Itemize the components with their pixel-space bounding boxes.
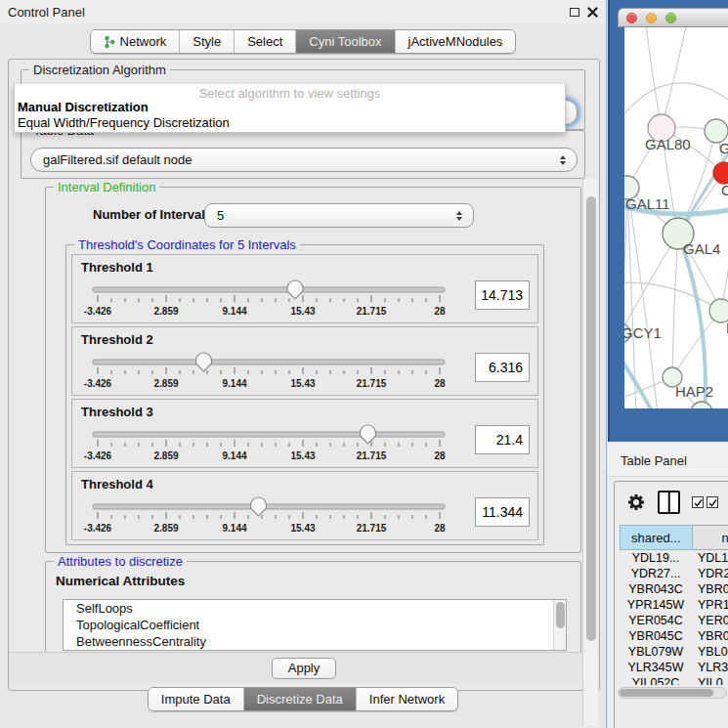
network-edge[interactable] xyxy=(672,311,721,377)
threshold-slider[interactable]: -3.4262.8599.14415.4321.71528 xyxy=(90,278,453,321)
algorithm-option[interactable]: Manual Discretization xyxy=(15,100,565,115)
tick-label: -3.426 xyxy=(84,523,111,534)
thresholds-group: Threshold's Coordinates for 5 Intervals … xyxy=(65,244,544,545)
tab-discretize-data[interactable]: Discretize Data xyxy=(244,688,357,710)
tick-label: 9.144 xyxy=(222,306,246,317)
tick-label: 2.859 xyxy=(153,450,178,461)
table-panel-box: shared...na YDL19...YDL1YDR27...YDR2YBR0… xyxy=(614,481,728,728)
threshold-slider[interactable]: -3.4262.8599.14415.4321.71528 xyxy=(90,495,453,538)
list-scrollbar[interactable] xyxy=(553,600,566,650)
zoom-light[interactable] xyxy=(665,13,676,23)
threshold-panel: Threshold 2-3.4262.8599.14415.4321.71528… xyxy=(71,326,538,396)
table-cell: YPR145W xyxy=(620,597,692,613)
table-panel-titlebar: Table Panel xyxy=(608,445,728,477)
network-edge[interactable] xyxy=(672,234,678,377)
network-edge[interactable] xyxy=(624,83,728,121)
table-row[interactable]: YIL052CYIL0 xyxy=(620,675,728,685)
content-scrollbar[interactable] xyxy=(582,179,598,726)
tick-label: 2.859 xyxy=(153,523,178,534)
table-row[interactable]: YDL19...YDL1 xyxy=(620,550,728,566)
threshold-label: Threshold 1 xyxy=(81,260,153,275)
attribute-item[interactable]: SelfLoops xyxy=(64,600,566,617)
slider-thumb[interactable] xyxy=(287,280,303,299)
attribute-item[interactable]: BetweennessCentrality xyxy=(64,633,566,650)
network-edge[interactable] xyxy=(662,27,687,128)
algorithm-option[interactable]: Equal Width/Frequency Discretization xyxy=(15,115,565,131)
tab-jactivemnodules[interactable]: jActiveMNodules xyxy=(396,30,516,53)
table-cell: YLR3 xyxy=(692,660,728,675)
network-edge[interactable] xyxy=(624,282,721,311)
table-cell: YPR1 xyxy=(692,597,728,613)
columns-icon[interactable] xyxy=(658,491,680,514)
table-row[interactable]: YDR27...YDR2 xyxy=(620,566,728,581)
close-icon[interactable] xyxy=(587,7,598,18)
tick-label: -3.426 xyxy=(84,378,111,389)
threshold-value-field[interactable]: 11.344 xyxy=(475,497,530,527)
network-view-window[interactable]: GAL80GACGAL11GAL4GCY1HHAP2 xyxy=(608,0,728,442)
network-edge[interactable] xyxy=(721,223,728,311)
tab-label: Infer Network xyxy=(369,692,445,707)
table-hscrollbar[interactable] xyxy=(618,687,727,699)
group-title: Discretization Algorithm xyxy=(29,63,170,77)
tab-label: jActiveMNodules xyxy=(408,34,503,49)
threshold-label: Threshold 2 xyxy=(81,332,153,347)
algorithm-dropdown-popup: Select algorithm to view settings Manual… xyxy=(14,84,566,133)
node-table: shared...na YDL19...YDL1YDR27...YDR2YBR0… xyxy=(620,525,728,685)
tick-label: -3.426 xyxy=(84,306,111,317)
tick-label: 28 xyxy=(434,306,445,317)
network-icon xyxy=(104,35,115,49)
table-data-combo[interactable]: galFiltered.sif default node xyxy=(30,148,578,172)
threshold-value-field[interactable]: 6.316 xyxy=(475,353,530,382)
interval-definition-group: Interval Definition Number of Intervals … xyxy=(45,187,581,553)
threshold-slider[interactable]: -3.4262.8599.14415.4321.71528 xyxy=(90,423,453,466)
table-cell: YBR0 xyxy=(692,628,728,644)
numerical-attributes-list[interactable]: SelfLoopsTopologicalCoefficientBetweenne… xyxy=(63,599,567,651)
slider-thumb[interactable] xyxy=(195,353,211,371)
network-node[interactable] xyxy=(691,402,712,408)
network-window-titlebar[interactable] xyxy=(618,8,728,27)
tab-select[interactable]: Select xyxy=(235,30,296,53)
slider-thumb[interactable] xyxy=(360,425,375,444)
tick-label: 9.144 xyxy=(222,378,246,389)
gear-icon[interactable] xyxy=(626,492,646,512)
threshold-panel: Threshold 4-3.4262.8599.14415.4321.71528… xyxy=(71,471,538,540)
checkbox-icon[interactable] xyxy=(692,496,704,508)
network-canvas[interactable]: GAL80GACGAL11GAL4GCY1HHAP2 xyxy=(624,27,728,408)
table-row[interactable]: YLR345WYLR3 xyxy=(620,660,728,675)
table-row[interactable]: YBL079WYBL0 xyxy=(620,644,728,660)
tick-label: 21.715 xyxy=(357,378,387,389)
table-cell: YDR2 xyxy=(692,566,728,581)
threshold-slider[interactable]: -3.4262.8599.14415.4321.71528 xyxy=(90,351,453,394)
tab-style[interactable]: Style xyxy=(180,30,235,53)
table-cell: YDL1 xyxy=(692,550,728,566)
slider-thumb[interactable] xyxy=(250,497,266,516)
tick-label: 21.715 xyxy=(357,306,387,317)
column-header[interactable]: na xyxy=(693,525,728,550)
node-label: GCY1 xyxy=(624,324,662,341)
threshold-label: Threshold 3 xyxy=(81,405,153,419)
threshold-value-field[interactable]: 21.4 xyxy=(475,425,530,454)
column-header[interactable]: shared... xyxy=(620,525,693,550)
table-row[interactable]: YBR045CYBR0 xyxy=(620,628,728,644)
float-icon[interactable] xyxy=(570,8,579,17)
attribute-item[interactable]: TopologicalCoefficient xyxy=(64,617,566,633)
node-label: GAL80 xyxy=(645,136,691,152)
table-cell: YBR043C xyxy=(620,581,692,597)
apply-button[interactable]: Apply xyxy=(272,658,336,679)
control-panel-window: Control Panel NetworkStyleSelectCyni Too… xyxy=(0,0,607,728)
tab-impute-data[interactable]: Impute Data xyxy=(149,688,244,710)
tab-infer-network[interactable]: Infer Network xyxy=(357,688,457,710)
tab-cyni-toolbox[interactable]: Cyni Toolbox xyxy=(296,30,395,53)
close-light[interactable] xyxy=(626,13,637,23)
panel-title: Control Panel xyxy=(8,5,85,20)
table-row[interactable]: YPR145WYPR1 xyxy=(620,597,728,613)
num-intervals-combo[interactable]: 5 xyxy=(204,203,474,228)
threshold-panel: Threshold 3-3.4262.8599.14415.4321.71528… xyxy=(71,399,538,468)
table-row[interactable]: YBR043CYBR0 xyxy=(620,581,728,597)
table-row[interactable]: YER054CYER0 xyxy=(620,613,728,628)
network-edge[interactable] xyxy=(646,27,662,128)
tab-network[interactable]: Network xyxy=(91,30,181,53)
minimize-light[interactable] xyxy=(646,13,657,23)
checkbox-icon[interactable] xyxy=(707,496,718,508)
threshold-value-field[interactable]: 14.713 xyxy=(475,280,530,310)
